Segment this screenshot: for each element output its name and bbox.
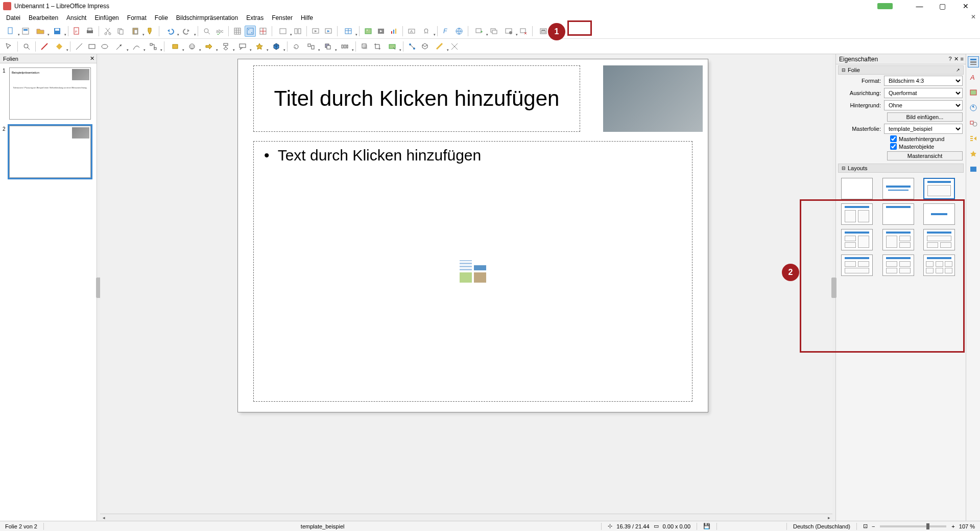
slides-panel-close[interactable]: ✕ (90, 55, 94, 62)
find-button[interactable] (201, 26, 212, 37)
tab-animation[interactable] (968, 148, 979, 159)
section-layouts-header[interactable]: ⊟Layouts (838, 164, 964, 173)
tab-properties[interactable] (968, 56, 979, 67)
menu-bearbeiten[interactable]: Bearbeiten (25, 13, 62, 22)
slide-thumb-2[interactable]: 2 (9, 126, 91, 178)
insert-chart-icon[interactable] (474, 260, 486, 270)
arrow-tool[interactable]: ▾ (112, 41, 127, 52)
status-zoom[interactable]: 107 % (957, 523, 977, 529)
insert-table-button[interactable]: ▾ (341, 26, 356, 37)
sidebar-help[interactable]: ? (948, 56, 951, 62)
menu-datei[interactable]: Datei (2, 13, 25, 22)
hyperlink-button[interactable] (453, 26, 465, 37)
maximize-button[interactable]: ▢ (931, 0, 954, 12)
menu-folie[interactable]: Folie (151, 13, 172, 22)
close-button[interactable]: ✕ (954, 0, 977, 12)
insert-table-icon[interactable] (460, 260, 472, 270)
menu-fenster[interactable]: Fenster (268, 13, 297, 22)
master-select[interactable]: template_beispiel (884, 124, 963, 134)
horizontal-scrollbar[interactable]: ◂ ▸ (100, 514, 832, 521)
background-select[interactable]: Ohne (884, 100, 963, 110)
orientation-select[interactable]: Querformat (884, 88, 963, 98)
zoom-slider[interactable] (880, 525, 946, 527)
open-button[interactable]: ▾ (33, 26, 48, 37)
status-lang[interactable]: Deutsch (Deutschland) (791, 523, 852, 529)
line-tool[interactable] (74, 41, 85, 52)
cut-button[interactable] (102, 26, 113, 37)
tab-gallery[interactable] (968, 87, 979, 98)
callout-tool[interactable]: ▾ (235, 41, 250, 52)
glue-points-button[interactable] (407, 41, 418, 52)
menu-ansicht[interactable]: Ansicht (62, 13, 90, 22)
tab-styles[interactable]: A (968, 72, 979, 83)
ellipse-tool[interactable] (99, 41, 110, 52)
arrange-button[interactable]: ▾ (320, 41, 336, 52)
masterview-button[interactable]: Masteransicht (887, 151, 963, 160)
slide-properties-button[interactable]: ▾ (501, 26, 516, 37)
format-select[interactable]: Bildschirm 4:3 (884, 76, 963, 86)
zoom-out[interactable]: − (870, 523, 877, 529)
layout-blank[interactable] (841, 178, 873, 199)
filter-button[interactable]: ▾ (385, 41, 400, 52)
line-color-button[interactable] (39, 41, 50, 52)
clone-format-button[interactable] (145, 26, 156, 37)
symbol-shapes-tool[interactable]: ▾ (184, 41, 200, 52)
close-doc-button[interactable]: ✕ (971, 13, 976, 20)
tab-shapes[interactable] (968, 118, 979, 129)
templates-button[interactable] (20, 26, 31, 37)
insert-textbox-button[interactable]: A (406, 26, 417, 37)
insert-chart-button[interactable] (388, 26, 399, 37)
tab-navigator[interactable] (968, 102, 979, 113)
duplicate-slide-button[interactable] (488, 26, 499, 37)
copy-button[interactable] (115, 26, 126, 37)
menu-hilfe[interactable]: Hilfe (297, 13, 317, 22)
status-save-icon[interactable]: 💾 (701, 523, 712, 529)
zoom-in[interactable]: + (949, 523, 957, 529)
menu-format[interactable]: Format (123, 13, 151, 22)
delete-slide-button[interactable] (518, 26, 529, 37)
menu-extras[interactable]: Extras (242, 13, 268, 22)
new-doc-button[interactable]: ▾ (3, 26, 18, 37)
new-slide-button[interactable]: ▾ (471, 26, 487, 37)
layout-title-content[interactable] (923, 178, 955, 199)
redo-button[interactable]: ▾ (179, 26, 195, 37)
spellcheck-button[interactable]: abc (214, 26, 225, 37)
zoom-fit[interactable]: ⊡ (861, 523, 870, 529)
title-placeholder[interactable]: Titel durch Klicken hinzufügen (253, 65, 580, 132)
flowchart-tool[interactable]: ▾ (218, 41, 233, 52)
export-pdf-button[interactable]: P (71, 26, 83, 37)
insert-video-icon[interactable] (474, 272, 486, 283)
content-placeholder[interactable]: • Text durch Klicken hinzufügen (253, 141, 692, 402)
view-button[interactable]: ▾ (275, 26, 291, 37)
tab-master[interactable] (968, 164, 979, 175)
sidebar-menu[interactable]: ≡ (961, 56, 964, 62)
basic-shapes-tool[interactable]: ▾ (168, 41, 183, 52)
chk-masterobj[interactable] (890, 143, 897, 150)
snap-grid-button[interactable] (245, 26, 256, 37)
block-arrows-tool[interactable]: ▾ (201, 41, 217, 52)
guides-button[interactable] (257, 26, 269, 37)
scroll-right[interactable]: ▸ (825, 514, 832, 521)
stars-tool[interactable]: ▾ (252, 41, 267, 52)
align-button[interactable]: ▾ (303, 41, 319, 52)
draw-func-button[interactable]: ▾ (432, 41, 447, 52)
distribute-button[interactable]: ▾ (337, 41, 352, 52)
insert-image-icon[interactable] (460, 272, 472, 283)
insert-special-button[interactable]: Ω▾ (419, 26, 434, 37)
insert-image-button[interactable]: Bild einfügen... (887, 112, 963, 122)
grid-button[interactable] (232, 26, 243, 37)
scroll-left[interactable]: ◂ (100, 514, 107, 521)
layout-title[interactable] (882, 178, 914, 199)
slide-thumb-1[interactable]: 1 Beispielpräsentation Toleranzen / Pass… (9, 67, 91, 120)
3d-tool[interactable]: ▾ (269, 41, 284, 52)
minimize-button[interactable]: — (908, 0, 931, 12)
tab-transitions[interactable] (968, 133, 979, 144)
crop-button[interactable] (372, 41, 383, 52)
insert-image-button[interactable] (363, 26, 374, 37)
start-from-current-button[interactable] (323, 26, 334, 37)
select-tool[interactable] (3, 41, 14, 52)
editor-canvas[interactable]: Titel durch Klicken hinzufügen • Text du… (100, 54, 832, 521)
connector-tool[interactable]: ▾ (146, 41, 161, 52)
menu-praesentation[interactable]: Bildschirmpräsentation (172, 13, 242, 22)
update-badge[interactable] (877, 3, 893, 9)
